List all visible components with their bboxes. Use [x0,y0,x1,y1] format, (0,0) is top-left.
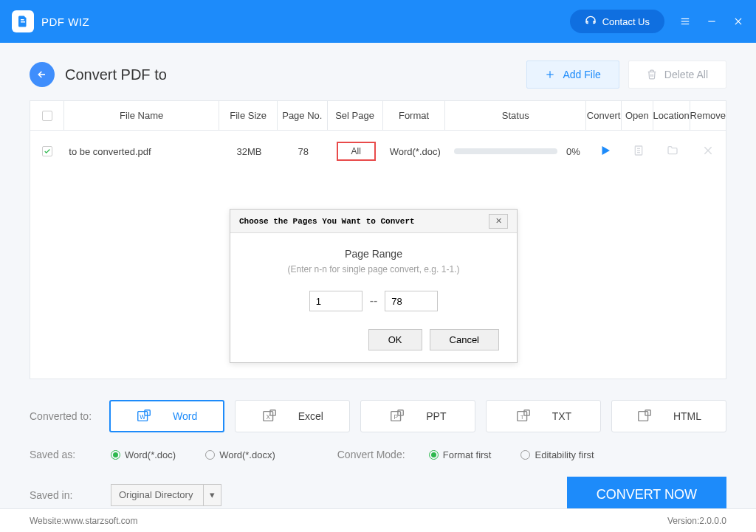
website-label: Website: [30,516,63,526]
excel-icon: X [261,408,278,424]
th-location: Location [653,101,690,130]
th-remove: Remove [690,101,726,130]
saved-as-doc-radio[interactable]: Word(*.doc) [111,449,176,460]
progress: 0% [447,146,588,157]
row-checkbox[interactable] [42,146,52,156]
format-word-button[interactable]: W Word [109,400,224,432]
saved-in-label: Saved in: [30,489,100,501]
sel-page-button[interactable]: All [337,142,376,161]
svg-rect-28 [639,412,648,421]
format-excel-label: Excel [298,410,323,422]
word-icon: W [136,408,152,424]
cell-name: to be converted.pdf [64,131,220,172]
close-button[interactable] [732,15,744,27]
chevron-down-icon: ▾ [203,485,221,505]
format-excel-button[interactable]: X Excel [235,400,350,432]
range-from-input[interactable] [309,291,362,311]
cell-page-no: 78 [278,131,329,172]
mode-edit-first-radio[interactable]: Editability first [520,449,594,460]
html-icon [636,408,653,424]
version-value: 2.0.0.0 [699,516,726,526]
contact-us-button[interactable]: Contact Us [570,10,664,33]
th-sel-page: Sel Page [328,101,383,130]
page-title: Convert PDF to [65,66,167,83]
delete-all-label: Delete All [664,69,708,80]
delete-all-button[interactable]: Delete All [628,61,726,89]
progress-bar [454,148,557,154]
converted-to-row: Converted to: W Word X Excel P PPT T TXT… [30,400,726,432]
select-all-checkbox[interactable] [42,111,52,121]
version-label: Version: [667,516,699,526]
range-dash: -- [370,294,378,308]
format-html-button[interactable]: HTML [611,400,726,432]
logo: PDF WIZ [12,10,89,32]
titlebar: PDF WIZ Contact Us [0,0,756,43]
dialog-cancel-button[interactable]: Cancel [430,329,499,350]
format-txt-label: TXT [552,410,571,422]
ppt-icon: P [389,408,405,424]
table-row: to be converted.pdf 32MB 78 All Word(*.d… [30,131,726,172]
th-name: File Name [64,101,219,130]
remove-row-button[interactable] [702,145,714,159]
converted-to-label: Converted to: [30,410,99,422]
table-header: File Name File Size Page No. Sel Page Fo… [30,101,726,131]
dialog-label: Page Range [248,248,499,260]
page-header: Convert PDF to Add File Delete All [30,61,726,89]
format-word-label: Word [173,410,197,422]
add-file-button[interactable]: Add File [526,61,619,89]
saved-in-dropdown[interactable]: Original Directory ▾ [111,484,221,506]
add-file-label: Add File [563,69,600,80]
contact-us-label: Contact Us [602,16,650,27]
minimize-button[interactable] [706,15,718,27]
th-convert: Convert [586,101,622,130]
th-open: Open [622,101,653,130]
app-name: PDF WIZ [41,15,89,28]
format-html-label: HTML [673,410,701,422]
open-row-button[interactable] [633,145,645,159]
saved-as-docx-radio[interactable]: Word(*.docx) [205,449,275,460]
back-button[interactable] [30,62,55,87]
svg-text:T: T [520,414,524,421]
format-ppt-button[interactable]: P PPT [360,400,475,432]
th-page-no: Page No. [278,101,327,130]
range-to-input[interactable] [385,291,438,311]
convert-mode-label: Convert Mode: [337,449,419,460]
dialog-title: Choose the Pages You Want to Convert [239,217,415,226]
saved-in-row: Saved in: Original Directory ▾ CONVERT N… [30,477,726,513]
convert-now-button[interactable]: CONVERT NOW [567,477,726,513]
arrow-left-icon [36,69,48,80]
th-format: Format [383,101,446,130]
folder-icon [667,145,678,156]
saved-in-value: Original Directory [119,489,193,500]
trash-icon [647,69,657,80]
format-ppt-label: PPT [426,410,446,422]
cell-format: Word(*.doc) [384,131,447,172]
close-icon [702,145,714,156]
headset-icon [585,15,597,27]
mode-format-first-radio[interactable]: Format first [429,449,492,460]
logo-icon [12,10,34,32]
dialog-hint: (Enter n-n for single page convert, e.g.… [248,264,499,274]
file-icon [633,145,645,156]
plus-icon [545,69,555,80]
dialog-ok-button[interactable]: OK [368,329,422,350]
saved-as-label: Saved as: [30,449,100,460]
progress-pct: 0% [566,146,580,157]
convert-row-button[interactable] [599,144,612,159]
dialog-close-button[interactable]: ✕ [489,214,508,229]
website-value[interactable]: www.starzsoft.com [63,516,137,526]
page-range-dialog: Choose the Pages You Want to Convert ✕ P… [230,209,518,363]
svg-marker-9 [602,146,610,155]
dialog-header: Choose the Pages You Want to Convert ✕ [230,210,517,233]
th-status: Status [445,101,586,130]
menu-button[interactable] [679,15,691,27]
file-table: File Name File Size Page No. Sel Page Fo… [30,100,726,379]
window-controls [679,15,744,27]
th-size: File Size [219,101,278,130]
txt-icon: T [515,408,532,424]
location-row-button[interactable] [667,145,678,159]
cell-size: 32MB [220,131,278,172]
saved-as-row: Saved as: Word(*.doc) Word(*.docx) Conve… [30,449,726,460]
footer: Website: www.starzsoft.com Version: 2.0.… [0,508,756,532]
format-txt-button[interactable]: T TXT [486,400,601,432]
